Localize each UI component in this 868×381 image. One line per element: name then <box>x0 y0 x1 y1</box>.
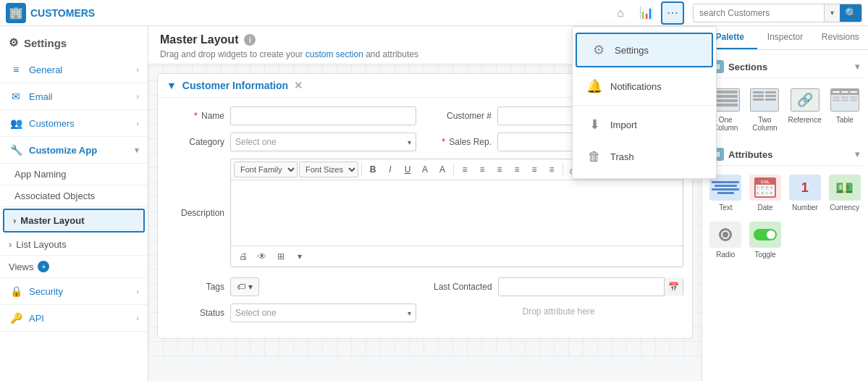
customize-chevron-icon: ▾ <box>135 146 139 155</box>
api-icon: 🔑 <box>9 311 23 325</box>
sidebar-item-customize-app[interactable]: 🔧 Customize App ▾ <box>0 137 148 164</box>
sidebar-item-email[interactable]: ✉ Email › <box>0 83 148 110</box>
sidebar-title: Settings <box>24 37 67 49</box>
preview-button[interactable]: 👁 <box>254 248 270 264</box>
popup-trash[interactable]: 🗑 Trash <box>573 141 716 172</box>
views-add-icon[interactable]: + <box>38 261 49 272</box>
sidebar-item-views[interactable]: Views + <box>0 256 148 278</box>
tags-dropdown-icon: ▾ <box>248 282 253 292</box>
popup-import[interactable]: ⬇ Import <box>573 109 716 141</box>
last-contacted-field: Last Contacted 📅 <box>434 277 683 296</box>
email-icon: ✉ <box>9 89 23 104</box>
widget-radio[interactable]: Radio <box>708 219 743 261</box>
search-button[interactable]: 🔍 <box>840 4 861 22</box>
underline-button[interactable]: U <box>400 162 416 177</box>
description-label: Description <box>167 208 224 218</box>
sidebar-header: ⚙ Settings <box>0 26 148 56</box>
more-options-button[interactable]: ▾ <box>292 248 308 264</box>
widget-reference[interactable]: 🔗 Reference <box>787 84 823 135</box>
search-input[interactable] <box>694 8 824 18</box>
more-button[interactable]: ⋯ <box>661 1 684 25</box>
category-label: Category <box>167 137 224 147</box>
widget-number[interactable]: 1 Number <box>788 172 823 214</box>
sidebar-item-list-layouts[interactable]: › List Layouts <box>0 234 148 256</box>
tab-revisions[interactable]: Revisions <box>813 26 868 49</box>
popup-notifications[interactable]: 🔔 Notifications <box>573 70 716 102</box>
toolbar-separator-1 <box>361 163 362 176</box>
italic-button[interactable]: I <box>382 162 398 177</box>
collapse-icon[interactable]: ▼ <box>167 80 177 91</box>
sidebar-item-general[interactable]: ≡ General › <box>0 56 148 83</box>
search-dropdown[interactable]: ▾ <box>824 4 840 22</box>
sidebar-item-security[interactable]: 🔒 Security › <box>0 278 148 305</box>
popup-trash-label: Trash <box>610 151 634 162</box>
attributes-widget-grid: Text CAL 1234 5678 <box>708 172 862 261</box>
general-icon: ≡ <box>9 62 23 77</box>
font-family-select[interactable]: Font Family <box>234 162 298 177</box>
right-panel: ⚙ Settings 🔔 Notifications ⬇ Import 🗑 Tr… <box>701 26 868 381</box>
customer-num-label: Customer # <box>434 111 492 121</box>
sidebar-item-associated-objects[interactable]: Associated Objects <box>0 185 148 207</box>
align-right-button[interactable]: ≡ <box>492 162 507 177</box>
widget-table[interactable]: Table <box>827 84 862 135</box>
font-color-button[interactable]: A <box>417 162 433 177</box>
align-left-button[interactable]: ≡ <box>457 162 473 177</box>
info-icon[interactable]: i <box>244 34 256 46</box>
name-field: * Name <box>167 106 416 125</box>
sidebar-item-api[interactable]: 🔑 API › <box>0 305 148 332</box>
tab-inspector[interactable]: Inspector <box>757 26 812 49</box>
security-chevron-icon: › <box>136 287 139 296</box>
align-justify-button[interactable]: ≡ <box>509 162 525 177</box>
views-label: Views <box>9 261 33 272</box>
tags-button[interactable]: 🏷 ▾ <box>230 277 259 296</box>
sections-widget-grid: One Column <box>708 84 862 135</box>
chart-button[interactable]: 📊 <box>635 1 658 25</box>
toolbar-separator-3 <box>562 163 563 176</box>
tags-label: Tags <box>167 282 224 292</box>
attributes-title: Attributes <box>728 149 772 160</box>
category-select[interactable]: Select one ▾ <box>230 133 416 151</box>
widget-date[interactable]: CAL 1234 5678 Date <box>748 172 783 214</box>
table-label: Table <box>836 116 854 124</box>
last-contacted-input[interactable] <box>499 282 664 292</box>
highlight-button[interactable]: A <box>434 162 450 177</box>
bold-button[interactable]: B <box>365 162 381 177</box>
settings-gear-icon: ⚙ <box>9 36 18 49</box>
ordered-list-button[interactable]: ≡ <box>544 162 560 177</box>
widget-two-column[interactable]: Two Column <box>747 84 782 135</box>
two-column-icon <box>749 87 780 113</box>
home-button[interactable]: ⌂ <box>609 1 632 25</box>
widget-toggle[interactable]: Toggle <box>748 219 783 261</box>
list-button[interactable]: ≡ <box>526 162 542 177</box>
section-title: Customer Information <box>182 80 288 91</box>
status-select[interactable]: Select one ▾ <box>230 303 416 322</box>
font-size-select[interactable]: Font Sizes <box>299 162 358 177</box>
search-box: ▾ 🔍 <box>693 4 862 22</box>
sidebar-item-master-layout[interactable]: › Master Layout <box>3 209 145 233</box>
widget-currency[interactable]: 💵 Currency <box>827 172 862 214</box>
drop-zone: Drop attribute here <box>434 303 683 319</box>
popup-notifications-label: Notifications <box>610 81 662 92</box>
remove-section-icon[interactable]: ✕ <box>294 80 303 91</box>
editor-body[interactable] <box>231 180 683 246</box>
calendar-icon[interactable]: 📅 <box>664 277 683 296</box>
toggle-attr-icon <box>749 222 781 248</box>
sidebar-item-customers[interactable]: 👥 Customers › <box>0 110 148 137</box>
logo-icon: 🏢 <box>6 3 26 23</box>
reference-icon: 🔗 <box>789 87 821 113</box>
status-label: Status <box>167 308 224 318</box>
align-center-button[interactable]: ≡ <box>474 162 490 177</box>
popup-settings[interactable]: ⚙ Settings <box>576 33 713 67</box>
status-field: Status Select one ▾ <box>167 303 416 322</box>
category-dropdown-icon: ▾ <box>408 138 411 146</box>
sections-header[interactable]: ⊞ Sections ▾ <box>708 56 862 78</box>
sidebar-item-app-naming[interactable]: App Naming <box>0 164 148 185</box>
right-panel-content: ⊞ Sections ▾ One Colum <box>702 50 868 381</box>
attributes-header[interactable]: ⊞ Attributes ▾ <box>708 143 862 166</box>
custom-section-link[interactable]: custom section <box>306 49 363 59</box>
name-input[interactable] <box>230 106 416 125</box>
table-button[interactable]: ⊞ <box>273 248 289 264</box>
print-button[interactable]: 🖨 <box>235 248 251 264</box>
tags-icon: 🏷 <box>237 282 245 292</box>
app-naming-label: App Naming <box>14 169 67 180</box>
